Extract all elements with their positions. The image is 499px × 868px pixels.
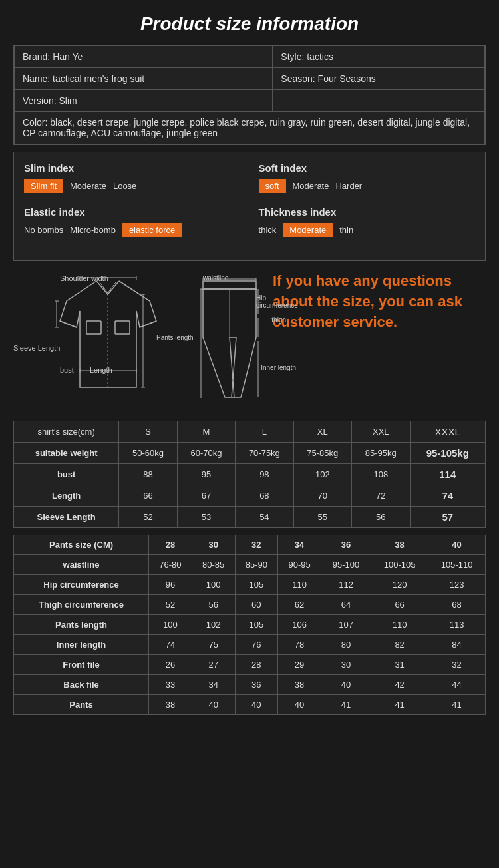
shirt-diagram: bust Length <box>53 274 163 407</box>
shirt-cell-2-1: 67 <box>177 485 235 507</box>
shirt-cell-3-4: 56 <box>352 507 410 528</box>
shirt-row-2: Length666768707274 <box>14 485 486 507</box>
thickness-thick: thick <box>259 225 277 235</box>
pants-cell-0-0: 76-80 <box>149 555 192 575</box>
label-bust: bust <box>60 366 74 379</box>
pants-row-label-1: Hip circumference <box>14 575 149 595</box>
pants-cell-4-2: 76 <box>235 635 278 655</box>
shirt-cell-0-3: 75-85kg <box>293 443 351 464</box>
soft-moderate: Moderate <box>293 181 329 191</box>
svg-line-4 <box>140 321 156 327</box>
slim-index-title: Slim index <box>24 162 240 174</box>
shirt-cell-0-2: 70-75kg <box>236 443 293 464</box>
page-title: Product size information <box>0 0 499 45</box>
pants-row-label-4: Inner length <box>14 635 149 655</box>
pants-cell-7-0: 38 <box>149 695 192 715</box>
brand-cell: Brand: Han Ye <box>15 46 273 68</box>
shirt-cell-1-2: 98 <box>236 464 293 485</box>
shirt-cell-2-4: 72 <box>352 485 410 507</box>
pants-34: 34 <box>278 535 321 555</box>
shirt-cell-2-0: 66 <box>119 485 177 507</box>
pants-cell-6-2: 36 <box>235 675 278 695</box>
pants-size-table: Pants size (CM) 28 30 32 34 36 38 40 wai… <box>13 535 486 715</box>
pants-cell-0-5: 100-105 <box>371 555 428 575</box>
pants-row-5: Front file26272829303132 <box>14 655 486 675</box>
pants-row-2: Thigh circumference52566062646668 <box>14 595 486 615</box>
pants-cell-3-6: 113 <box>428 615 486 635</box>
pants-cell-4-1: 75 <box>192 635 235 655</box>
pants-cell-4-0: 74 <box>149 635 192 655</box>
shirt-cell-1-5: 114 <box>410 464 486 485</box>
index-row-2: Elastic index No bombs Micro-bomb elasti… <box>24 206 475 237</box>
soft-index-options: soft Moderate Harder <box>259 179 475 193</box>
shirt-header-row: shirt's size(cm) S M L XL XXL XXXL <box>14 421 486 443</box>
svg-rect-1 <box>86 321 101 334</box>
diagram-section: Shoulder width Sleeve Length <box>13 268 486 414</box>
pants-28: 28 <box>149 535 192 555</box>
pants-cell-1-5: 120 <box>371 575 428 595</box>
thickness-index-title: Thickness index <box>259 206 475 218</box>
shirt-cell-1-0: 88 <box>119 464 177 485</box>
pants-length-label: Pants length <box>156 334 194 341</box>
elastic-index-title: Elastic index <box>24 206 240 218</box>
pants-cell-5-3: 29 <box>278 655 321 675</box>
svg-rect-17 <box>203 281 256 289</box>
shirt-cell-0-1: 60-70kg <box>177 443 235 464</box>
elastic-micro-bomb: Micro-bomb <box>70 225 116 235</box>
shirt-m: M <box>177 421 235 443</box>
pants-thigh-label: thigh <box>271 316 286 324</box>
pants-size-header: Pants size (CM) <box>14 535 149 555</box>
pants-cell-7-4: 41 <box>321 695 371 715</box>
svg-line-3 <box>60 321 77 327</box>
pants-cell-0-4: 95-100 <box>321 555 371 575</box>
pants-waistline-label: waistline <box>203 274 228 282</box>
pants-cell-2-0: 52 <box>149 595 192 615</box>
shirt-cell-3-3: 55 <box>293 507 351 528</box>
shirt-cell-1-3: 102 <box>293 464 351 485</box>
slim-index-block: Slim index Slim fit Moderate Loose <box>24 162 240 193</box>
elastic-index-block: Elastic index No bombs Micro-bomb elasti… <box>24 206 240 237</box>
shirt-row-1: bust889598102108114 <box>14 464 486 485</box>
pants-cell-5-4: 30 <box>321 655 371 675</box>
pants-row-0: waistline76-8080-8585-9090-9595-100100-1… <box>14 555 486 575</box>
shirt-row-label-1: bust <box>14 464 119 485</box>
pants-row-label-7: Pants <box>14 695 149 715</box>
slim-active: Slim fit <box>24 179 63 193</box>
elastic-no-bombs: No bombs <box>24 225 63 235</box>
shirt-cell-2-5: 74 <box>410 485 486 507</box>
pants-cell-1-1: 100 <box>192 575 235 595</box>
pants-cell-6-0: 33 <box>149 675 192 695</box>
name-cell: Name: tactical men's frog suit <box>15 68 273 90</box>
pants-header-row: Pants size (CM) 28 30 32 34 36 38 40 <box>14 535 486 555</box>
label-length: Length <box>90 366 112 379</box>
pants-cell-3-2: 105 <box>235 615 278 635</box>
diagram-container: Shoulder width Sleeve Length <box>13 268 266 414</box>
pants-cell-7-2: 40 <box>235 695 278 715</box>
pants-cell-2-4: 64 <box>321 595 371 615</box>
shirt-row-label-0: suitable weight <box>14 443 119 464</box>
pants-cell-3-0: 100 <box>149 615 192 635</box>
thickness-index-options: thick Moderate thin <box>259 223 475 237</box>
pants-cell-3-5: 110 <box>371 615 428 635</box>
pants-cell-0-2: 85-90 <box>235 555 278 575</box>
pants-cell-3-3: 106 <box>278 615 321 635</box>
soft-index-title: Soft index <box>259 162 475 174</box>
pants-inner-label: Inner length <box>261 364 296 371</box>
pants-cell-6-1: 34 <box>192 675 235 695</box>
pants-size-table-section: Pants size (CM) 28 30 32 34 36 38 40 wai… <box>13 535 486 715</box>
shirt-xxl: XXL <box>352 421 410 443</box>
pants-cell-6-5: 42 <box>371 675 428 695</box>
shirt-cell-3-0: 52 <box>119 507 177 528</box>
info-table-section: Brand: Han Ye Style: tactics Name: tacti… <box>13 45 486 145</box>
shirt-cell-2-2: 68 <box>236 485 293 507</box>
pants-40: 40 <box>428 535 486 555</box>
season-cell: Season: Four Seasons <box>273 68 485 90</box>
index-section: Slim index Slim fit Moderate Loose Soft … <box>13 152 486 261</box>
pants-cell-3-4: 107 <box>321 615 371 635</box>
pants-cell-1-6: 123 <box>428 575 486 595</box>
pants-row-label-0: waistline <box>14 555 149 575</box>
shirt-cell-3-2: 54 <box>236 507 293 528</box>
pants-row-label-5: Front file <box>14 655 149 675</box>
shirt-xl: XL <box>293 421 351 443</box>
pants-cell-0-1: 80-85 <box>192 555 235 575</box>
